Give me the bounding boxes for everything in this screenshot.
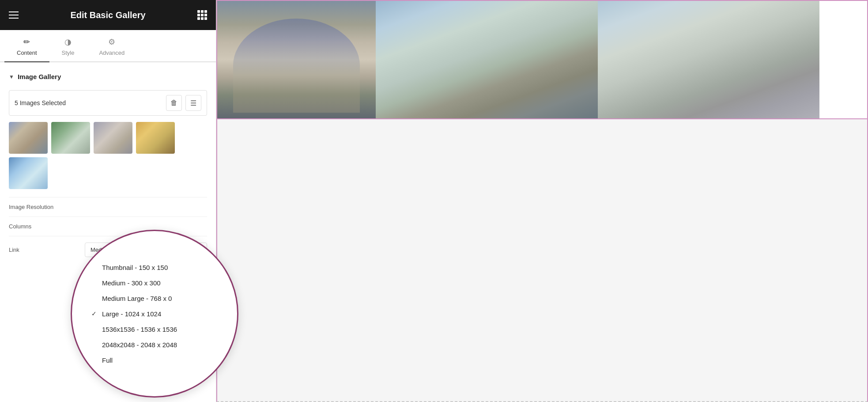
thumbnail-3[interactable] <box>94 122 132 154</box>
gallery-image-3 <box>598 1 820 118</box>
image-selector-bar[interactable]: 5 Images Selected 🗑 ☰ <box>9 90 207 116</box>
dropdown-option-full[interactable]: Full <box>86 353 223 368</box>
tab-content[interactable]: ✏ Content <box>4 30 49 61</box>
link-label: Link <box>9 247 79 253</box>
gallery-top-row <box>216 0 868 119</box>
thumbnail-5[interactable] <box>9 157 48 189</box>
field-row-image-resolution: Image Resolution <box>9 197 207 216</box>
images-selected-label: 5 Images Selected <box>15 99 162 106</box>
half-circle-icon: ◑ <box>64 37 72 47</box>
image-resolution-label: Image Resolution <box>9 204 79 210</box>
list-icon: ☰ <box>190 99 196 107</box>
dropdown-option-thumbnail[interactable]: Thumbnail - 150 x 150 <box>86 260 223 275</box>
right-panel <box>216 0 868 402</box>
tab-advanced[interactable]: ⚙ Advanced <box>87 30 137 61</box>
gallery-preview <box>216 0 868 402</box>
header: Edit Basic Gallery <box>0 0 216 30</box>
dropdown-option-large[interactable]: ✓ Large - 1024 x 1024 <box>86 306 223 322</box>
left-panel: Edit Basic Gallery ✏ Content ◑ Style ⚙ A… <box>0 0 216 402</box>
tabs-bar: ✏ Content ◑ Style ⚙ Advanced <box>0 30 216 62</box>
trash-icon: 🗑 <box>170 99 177 107</box>
grid-menu-icon[interactable] <box>197 10 207 20</box>
image-thumbnails <box>9 122 207 189</box>
gallery-bottom-area <box>216 119 868 402</box>
section-arrow-icon: ▼ <box>9 74 14 80</box>
delete-images-button[interactable]: 🗑 <box>166 95 182 111</box>
resolution-dropdown: Thumbnail - 150 x 150 Medium - 300 x 300… <box>71 230 238 398</box>
dropdown-option-1536[interactable]: 1536x1536 - 1536 x 1536 <box>86 322 223 337</box>
dropdown-option-2048[interactable]: 2048x2048 - 2048 x 2048 <box>86 337 223 353</box>
thumbnail-1[interactable] <box>9 122 48 154</box>
thumbnail-2[interactable] <box>51 122 90 154</box>
pencil-icon: ✏ <box>23 37 30 47</box>
dropdown-option-medium-large[interactable]: Medium Large - 768 x 0 <box>86 291 223 306</box>
tab-style[interactable]: ◑ Style <box>49 30 87 61</box>
gear-icon: ⚙ <box>108 37 115 47</box>
hamburger-menu-icon[interactable] <box>9 11 19 19</box>
page-title: Edit Basic Gallery <box>70 10 145 20</box>
gallery-image-2 <box>376 1 598 118</box>
section-image-gallery: ▼ Image Gallery <box>9 73 207 80</box>
gallery-image-4-empty <box>819 1 867 118</box>
checkmark-icon: ✓ <box>91 310 98 317</box>
gallery-image-1 <box>217 1 376 118</box>
manage-images-button[interactable]: ☰ <box>185 95 201 111</box>
thumbnail-4[interactable] <box>136 122 175 154</box>
dropdown-option-medium[interactable]: Medium - 300 x 300 <box>86 275 223 291</box>
columns-label: Columns <box>9 223 79 230</box>
